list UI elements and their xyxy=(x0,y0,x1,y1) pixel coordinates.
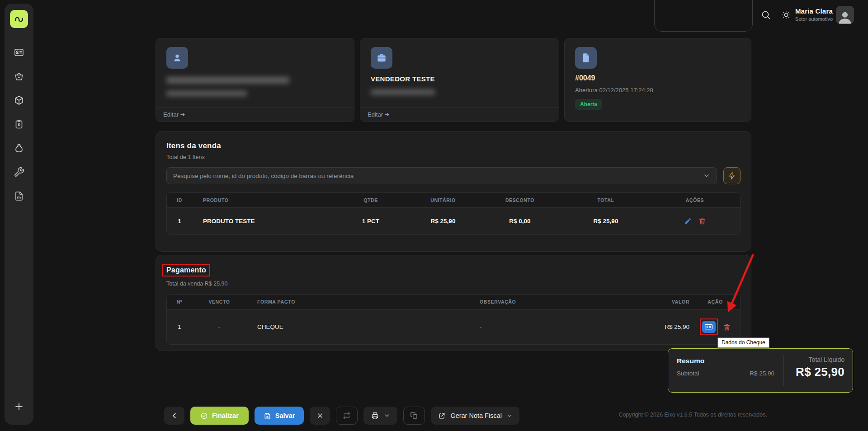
summary-card: Resumo Subtotal R$ 25,90 Total Líquido R… xyxy=(668,348,853,393)
pay-forma: CHEQUE xyxy=(246,314,472,339)
payment-subtitle: Total da venda R$ 25,90 xyxy=(166,281,741,287)
bottom-toolbar: Finalizar Salvar xyxy=(164,407,519,425)
summary-subtotal-value: R$ 25,90 xyxy=(750,370,774,377)
salvar-button[interactable]: Salvar xyxy=(255,407,304,425)
item-total: R$ 25,90 xyxy=(563,208,649,234)
lightning-icon xyxy=(728,172,736,180)
items-col-id: ID xyxy=(167,193,192,207)
chevron-left-icon xyxy=(170,412,179,420)
gerar-nota-label: Gerar Nota Fiscal xyxy=(450,412,502,419)
product-search-placeholder: Pesquise pelo nome, id do produto, códig… xyxy=(173,173,703,179)
items-col-unitario: UNITÁRIO xyxy=(409,193,477,207)
print-button[interactable] xyxy=(363,407,397,425)
chevron-down-icon xyxy=(703,172,710,179)
seller-name: VENDEDOR TESTE xyxy=(371,75,548,83)
chevron-down-icon xyxy=(384,412,390,419)
summary-total-value: R$ 25,90 xyxy=(784,365,844,379)
printer-icon xyxy=(371,412,379,420)
item-produto: PRODUTO TESTE xyxy=(192,208,332,234)
items-table: ID PRODUTO QTDE UNITÁRIO DESCONTO TOTAL … xyxy=(166,192,741,235)
briefcase-icon xyxy=(371,47,392,69)
items-col-qtde: QTDE xyxy=(332,193,409,207)
cheque-icon: $ xyxy=(704,323,713,330)
id-card-icon[interactable] xyxy=(14,47,24,58)
clipboard-dollar-icon[interactable]: $ xyxy=(14,119,24,130)
pay-col-acao: AÇÃO xyxy=(689,295,741,309)
pay-vencto: - xyxy=(192,314,246,339)
item-desconto: R$ 0,00 xyxy=(477,208,563,234)
customer-edit-link[interactable]: Editar ➔ xyxy=(163,111,185,118)
pay-col-observacao: OBSERVAÇÃO xyxy=(472,295,622,309)
pay-col-forma: FORMA PAGTO xyxy=(246,295,472,309)
search-icon[interactable] xyxy=(760,9,771,20)
pay-col-numero: Nº xyxy=(167,295,192,309)
finalizar-label: Finalizar xyxy=(212,412,239,419)
user-role: Setor automotivo xyxy=(795,16,833,22)
copyright-text: Copyright © 2026 Eixo v1.6.5 Todos os di… xyxy=(618,412,767,418)
redacted-customer-name xyxy=(166,77,289,84)
annotation-red-box-title: Pagamento xyxy=(162,264,210,276)
order-card: #0049 Abertura 02/12/2025 17:24:28 Abert… xyxy=(564,38,751,122)
x-icon xyxy=(316,412,324,419)
order-status-badge: Aberta xyxy=(575,99,602,110)
delete-item-icon[interactable] xyxy=(698,217,706,225)
svg-text:$: $ xyxy=(18,122,20,127)
items-table-row: 1 PRODUTO TESTE 1 PCT R$ 25,90 R$ 0,00 R… xyxy=(167,208,740,234)
summary-subtotal-label: Subtotal xyxy=(677,370,699,377)
quick-add-button[interactable] xyxy=(723,167,741,184)
finalizar-button[interactable]: Finalizar xyxy=(190,407,249,425)
scrolled-element-edge xyxy=(654,0,753,32)
chevron-down-icon xyxy=(506,413,512,419)
item-unitario: R$ 25,90 xyxy=(409,208,477,234)
external-link-icon xyxy=(438,412,446,420)
salvar-label: Salvar xyxy=(275,412,295,419)
cheque-details-button[interactable]: $ xyxy=(702,321,716,333)
order-opened-at: Abertura 02/12/2025 17:24:28 xyxy=(575,87,741,94)
document-icon xyxy=(575,47,597,69)
pay-numero: 1 xyxy=(167,314,192,339)
items-col-acoes: AÇÕES xyxy=(649,193,741,207)
customer-card: Editar ➔ xyxy=(156,38,354,122)
payment-table: Nº VENCTO FORMA PAGTO OBSERVAÇÃO VALOR A… xyxy=(166,294,741,345)
sidebar: $ xyxy=(5,4,33,425)
copy-icon xyxy=(410,412,418,420)
pay-valor: R$ 25,90 xyxy=(622,314,689,339)
delete-payment-icon[interactable] xyxy=(723,323,731,331)
sidebar-add-button[interactable] xyxy=(5,401,33,412)
gerar-nota-fiscal-button[interactable]: Gerar Nota Fiscal xyxy=(431,407,519,425)
product-search-input[interactable]: Pesquise pelo nome, id do produto, códig… xyxy=(166,167,717,184)
cancel-button[interactable] xyxy=(310,407,330,425)
items-col-produto: PRODUTO xyxy=(192,193,332,207)
save-icon xyxy=(264,412,271,420)
redacted-customer-detail xyxy=(166,91,247,96)
repeat-icon xyxy=(343,412,351,420)
app-logo[interactable] xyxy=(10,10,28,28)
payment-table-row: 1 - CHEQUE - R$ 25,90 $ xyxy=(167,309,740,344)
repeat-button[interactable] xyxy=(336,407,358,425)
seller-edit-link[interactable]: Editar ➔ xyxy=(368,111,389,118)
basket-icon[interactable] xyxy=(14,71,24,82)
seller-card: VENDEDOR TESTE Editar ➔ xyxy=(360,38,559,122)
order-number: #0049 xyxy=(575,74,741,82)
pay-col-vencto: VENCTO xyxy=(192,295,246,309)
redacted-seller-detail xyxy=(371,89,435,95)
theme-brightness-icon[interactable] xyxy=(781,10,791,20)
items-title: Itens da venda xyxy=(166,141,741,150)
payment-panel: Pagamento Total da venda R$ 25,90 Nº VEN… xyxy=(156,255,751,351)
item-qtde: 1 PCT xyxy=(332,208,409,234)
back-button[interactable] xyxy=(164,407,184,425)
copy-button[interactable] xyxy=(403,407,425,425)
report-file-icon[interactable] xyxy=(14,191,24,201)
wrench-icon[interactable] xyxy=(14,167,24,178)
svg-text:$: $ xyxy=(706,325,708,329)
items-panel: Itens da venda Total de 1 Itens Pesquise… xyxy=(156,131,751,252)
money-bag-icon[interactable] xyxy=(14,143,24,154)
annotation-red-box-button: $ xyxy=(700,319,718,335)
app-window: $ xyxy=(0,0,868,431)
edit-item-icon[interactable] xyxy=(684,217,692,225)
items-col-total: TOTAL xyxy=(563,193,649,207)
pay-col-valor: VALOR xyxy=(622,295,689,309)
package-icon[interactable] xyxy=(14,95,24,106)
payment-title: Pagamento xyxy=(166,266,206,274)
avatar[interactable] xyxy=(836,6,854,24)
